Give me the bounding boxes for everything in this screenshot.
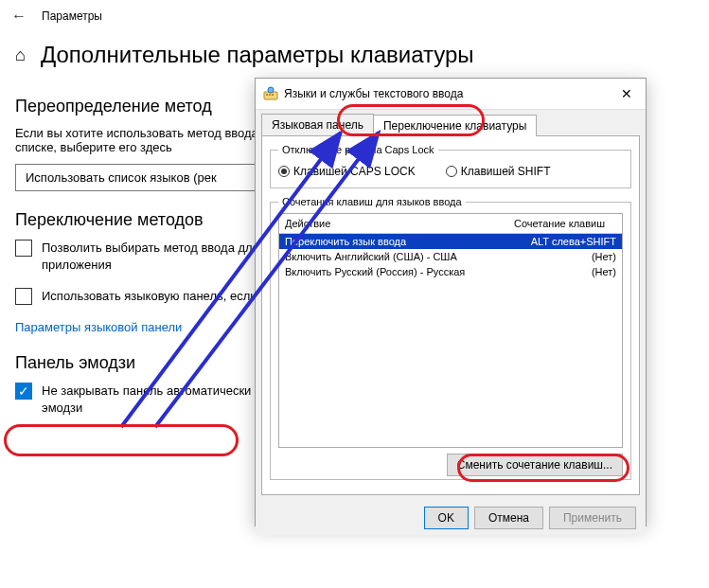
radio-icon (446, 166, 457, 177)
list-item-action: Включить Английский (США) - США (285, 251, 503, 262)
hotkeys-group: Сочетания клавиш для языков ввода Действ… (270, 196, 631, 480)
radio-icon (278, 166, 290, 177)
list-item-keys: (Нет) (503, 266, 616, 277)
svg-rect-1 (266, 94, 268, 96)
hotkeys-legend: Сочетания клавиш для языков ввода (278, 196, 466, 207)
dialog-body: Отключение режима Caps Lock Клавишей CAP… (261, 135, 640, 495)
list-item-action: Переключить язык ввода (285, 236, 503, 247)
checkbox-icon (15, 288, 32, 305)
hotkeys-list-header: Действие Сочетание клавиш (279, 214, 622, 234)
keyboard-icon (263, 86, 278, 101)
tab-keyboard-switch[interactable]: Переключение клавиатуры (373, 115, 537, 136)
close-icon[interactable]: ✕ (615, 84, 638, 103)
svg-point-4 (268, 87, 274, 93)
radio-shift[interactable]: Клавишей SHIFT (446, 165, 551, 178)
back-arrow-icon[interactable]: ← (11, 8, 27, 25)
apply-button[interactable]: Применить (549, 507, 636, 529)
col-action: Действие (279, 214, 508, 233)
radio-shift-label: Клавишей SHIFT (461, 165, 551, 178)
hotkeys-list[interactable]: Действие Сочетание клавиш Переключить яз… (278, 213, 623, 448)
list-item[interactable]: Включить Русский (Россия) - Русская (Нет… (279, 264, 622, 279)
cancel-button[interactable]: Отмена (474, 507, 543, 529)
page-title-row: ⌂ Дополнительные параметры клавиатуры (0, 32, 709, 83)
dialog-footer: OK Отмена Применить (256, 501, 646, 535)
capslock-legend: Отключение режима Caps Lock (278, 144, 438, 155)
radio-capslock[interactable]: Клавишей CAPS LOCK (278, 165, 416, 178)
checkbox-icon: ✓ (15, 383, 32, 400)
list-item[interactable]: Включить Английский (США) - США (Нет) (279, 249, 622, 264)
ok-button[interactable]: OK (424, 507, 469, 529)
dialog-title: Языки и службы текстового ввода (284, 87, 615, 100)
settings-app-label: Параметры (42, 9, 102, 23)
change-hotkey-button[interactable]: Сменить сочетание клавиш... (447, 454, 623, 476)
svg-rect-3 (272, 94, 274, 96)
col-keys: Сочетание клавиш (508, 214, 622, 233)
dialog-titlebar: Языки и службы текстового ввода ✕ (256, 79, 646, 110)
home-icon[interactable]: ⌂ (15, 46, 26, 63)
dialog-tabs: Языковая панель Переключение клавиатуры (256, 110, 646, 135)
list-item-keys: (Нет) (503, 251, 616, 262)
settings-header: ← Параметры (0, 0, 709, 32)
svg-rect-2 (269, 94, 271, 96)
page-title: Дополнительные параметры клавиатуры (41, 42, 474, 68)
list-item-keys: ALT слева+SHIFT (503, 236, 616, 247)
list-item-action: Включить Русский (Россия) - Русская (285, 266, 503, 277)
radio-capslock-label: Клавишей CAPS LOCK (293, 165, 416, 178)
tab-language-bar[interactable]: Языковая панель (261, 114, 374, 135)
default-input-dropdown[interactable]: Использовать список языков (рек (15, 164, 290, 191)
text-services-dialog: Языки и службы текстового ввода ✕ Языков… (255, 78, 647, 526)
list-item[interactable]: Переключить язык ввода ALT слева+SHIFT (279, 234, 622, 249)
capslock-group: Отключение режима Caps Lock Клавишей CAP… (270, 144, 631, 188)
checkbox-icon (15, 240, 32, 257)
